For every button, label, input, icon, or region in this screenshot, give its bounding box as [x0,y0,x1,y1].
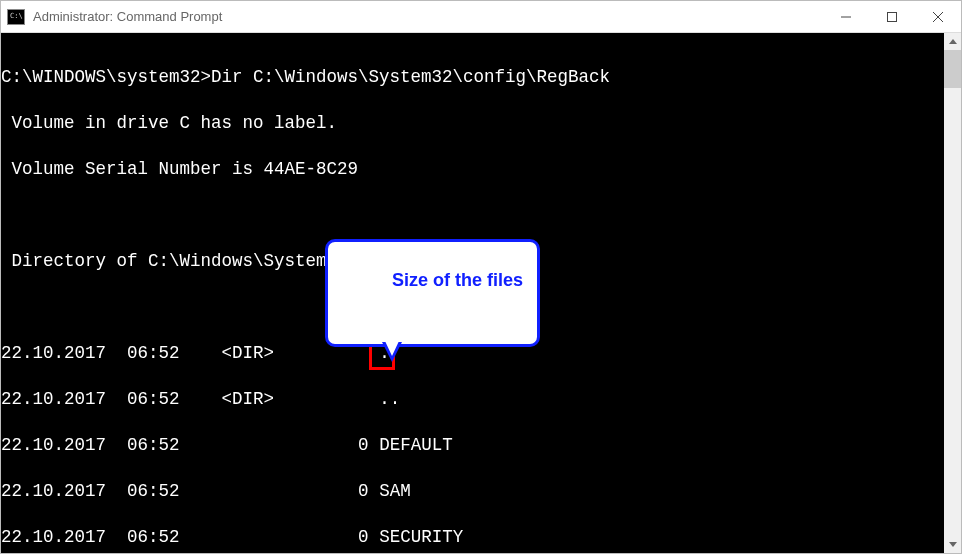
svg-marker-5 [949,542,957,547]
maximize-button[interactable] [869,1,915,32]
cmd-icon: C:\ [7,9,25,25]
terminal-output[interactable]: C:\WINDOWS\system32>Dir C:\Windows\Syste… [1,33,944,553]
volume-serial-line: Volume Serial Number is 44AE-8C29 [1,158,944,181]
svg-rect-1 [888,12,897,21]
command-prompt-window: C:\ Administrator: Command Prompt C:\WIN… [0,0,962,554]
titlebar[interactable]: C:\ Administrator: Command Prompt [1,1,961,33]
scroll-down-arrow[interactable] [944,536,961,553]
client-area: C:\WINDOWS\system32>Dir C:\Windows\Syste… [1,33,961,553]
callout-annotation: Size of the files [325,193,540,393]
scroll-up-arrow[interactable] [944,33,961,50]
dir-entry: 22.10.2017 06:52 0 DEFAULT [1,434,944,457]
close-button[interactable] [915,1,961,32]
callout-text: Size of the files [392,270,523,290]
window-title: Administrator: Command Prompt [33,9,823,24]
command-text: Dir C:\Windows\System32\config\RegBack [211,67,610,87]
dir-entry: 22.10.2017 06:52 0 SAM [1,480,944,503]
volume-label-line: Volume in drive C has no label. [1,112,944,135]
prompt-path: C:\WINDOWS\system32> [1,67,211,87]
minimize-button[interactable] [823,1,869,32]
window-controls [823,1,961,32]
dir-entry: 22.10.2017 06:52 0 SECURITY [1,526,944,549]
svg-marker-4 [949,39,957,44]
scroll-thumb[interactable] [944,50,961,88]
vertical-scrollbar[interactable] [944,33,961,553]
